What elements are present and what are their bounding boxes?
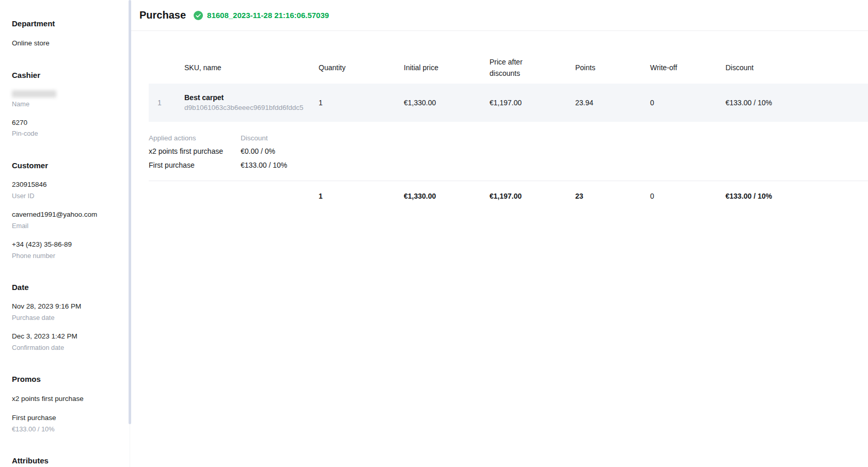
totals-write-off: 0 [650,192,725,200]
customer-phone-item: +34 (423) 35-86-89 Phone number [12,240,124,260]
attributes-heading: Attributes [12,457,124,465]
applied-action-1: x2 points first purchase [149,147,241,156]
purchase-main: Purchase 81608_2023-11-28 21:16:06.57039… [131,0,868,467]
col-header-points: Points [575,63,650,72]
col-header-initial-price: Initial price [404,63,490,72]
purchase-date-label: Purchase date [12,314,124,321]
col-header-quantity: Quantity [319,63,404,72]
cashier-name-redacted [12,90,56,98]
applied-action-2: First purchase [149,160,241,170]
attributes-section: Attributes cash payment_method [12,457,124,467]
customer-phone-label: Phone number [12,252,124,260]
purchase-id-link[interactable]: 81608_2023-11-28 21:16:06.57039 [207,11,329,20]
details-sidebar: Department Online store Cashier Name 627… [0,0,131,467]
cashier-pin-label: Pin-code [12,130,124,137]
row-price-after-discounts: €1,197.00 [490,99,575,107]
department-item: Online store [12,39,124,48]
row-write-off: 0 [650,99,725,107]
totals-price-after-discounts: €1,197.00 [490,192,575,200]
row-initial-price: €1,330.00 [404,99,490,107]
col-header-write-off: Write-off [650,63,725,72]
customer-email-label: Email [12,222,124,230]
purchase-date-item: Nov 28, 2023 9:16 PM Purchase date [12,302,124,321]
col-header-price-after-discounts: Price after discounts [490,56,575,79]
row-index: 1 [149,99,184,107]
applied-discount-header: Discount [241,134,868,142]
row-quantity: 1 [319,99,404,107]
applied-actions-header: Applied actions [149,134,241,142]
customer-userid-value: 230915846 [12,180,124,189]
cashier-pin-item: 6270 Pin-code [12,118,124,138]
row-sku-name-cell: Best carpet d9b1061063c3b6eeec9691bfdd6f… [184,93,319,112]
confirmation-date-label: Confirmation date [12,344,124,351]
department-value: Online store [12,39,124,48]
table-row[interactable]: 1 Best carpet d9b1061063c3b6eeec9691bfdd… [149,84,868,122]
promos-heading: Promos [12,375,124,384]
date-heading: Date [12,283,124,292]
cashier-name-item: Name [12,90,124,108]
confirmation-date-item: Dec 3, 2023 1:42 PM Confirmation date [12,332,124,351]
purchase-date-value: Nov 28, 2023 9:16 PM [12,302,124,311]
col-header-sku-name: SKU, name [184,63,319,72]
promo-item-1: x2 points first purchase [12,394,124,404]
item-sku: d9b1061063c3b6eeec9691bfdd6fddc5 [184,104,319,112]
confirmation-date-value: Dec 3, 2023 1:42 PM [12,332,124,341]
department-section: Department Online store [12,20,124,47]
department-heading: Department [12,20,124,28]
table-header-row: SKU, name Quantity Initial price Price a… [149,52,868,84]
col-header-discount: Discount [725,63,868,72]
sidebar-scrollbar-thumb[interactable] [129,0,131,424]
check-circle-icon [194,11,203,20]
customer-email-item: caverned1991@yahoo.com Email [12,210,124,230]
row-discount: €133.00 / 10% [725,99,868,107]
cashier-heading: Cashier [12,71,124,80]
promos-section: Promos x2 points first purchase First pu… [12,375,124,433]
customer-userid-item: 230915846 User ID [12,180,124,200]
cashier-pin-value: 6270 [12,118,124,127]
row-points: 23.94 [575,99,650,107]
title-bar: Purchase 81608_2023-11-28 21:16:06.57039 [131,0,868,31]
totals-initial-price: €1,330.00 [404,192,490,200]
date-section: Date Nov 28, 2023 9:16 PM Purchase date … [12,283,124,351]
customer-heading: Customer [12,162,124,170]
totals-quantity: 1 [319,192,404,200]
applied-discount-2: €133.00 / 10% [241,160,868,170]
cashier-section: Cashier Name 6270 Pin-code [12,71,124,138]
customer-section: Customer 230915846 User ID caverned1991@… [12,162,124,260]
promo-item-2: First purchase €133.00 / 10% [12,413,124,433]
promo-1-value: x2 points first purchase [12,394,124,404]
customer-email-value: caverned1991@yahoo.com [12,210,124,219]
cashier-name-label: Name [12,100,124,108]
promo-2-detail: €133.00 / 10% [12,425,124,433]
promo-2-value: First purchase [12,413,124,423]
page-title: Purchase [139,9,186,21]
customer-userid-label: User ID [12,192,124,200]
totals-points: 23 [575,192,650,200]
item-name: Best carpet [184,93,319,102]
customer-phone-value: +34 (423) 35-86-89 [12,240,124,249]
totals-row: 1 €1,330.00 €1,197.00 23 0 €133.00 / 10% [149,181,868,211]
applied-actions-block: Applied actions Discount x2 points first… [149,134,868,170]
purchase-items-table: SKU, name Quantity Initial price Price a… [149,52,868,211]
totals-discount: €133.00 / 10% [725,192,868,200]
applied-discount-1: €0.00 / 0% [241,147,868,156]
